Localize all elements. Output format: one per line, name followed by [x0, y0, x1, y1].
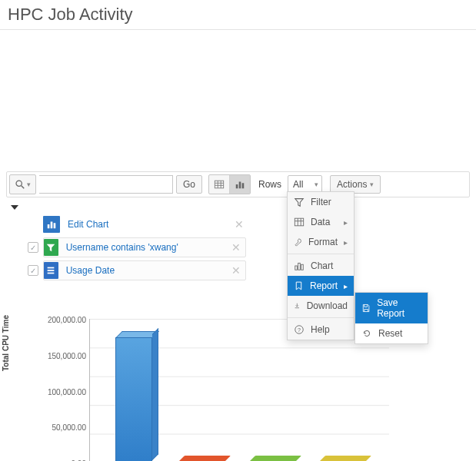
bar-01-may-18[interactable]	[177, 456, 231, 461]
menu-item-label: Filter	[311, 197, 331, 207]
filter-link[interactable]: Username contains 'xwang'	[62, 242, 231, 253]
search-column-picker[interactable]: ▾	[10, 175, 35, 194]
rows-label: Rows	[254, 179, 285, 190]
remove-breakby-button[interactable]: ✕	[231, 264, 242, 277]
edit-chart-link[interactable]: Edit Chart	[63, 219, 232, 230]
menu-item-chart[interactable]: Chart	[288, 256, 354, 276]
menu-item-help[interactable]: ? Help	[288, 320, 354, 340]
menu-item-label: Save Report	[377, 297, 421, 319]
y-tick: 50,000.00	[45, 423, 86, 432]
download-icon	[294, 300, 301, 311]
menu-item-label: Download	[307, 300, 348, 311]
table-icon	[294, 217, 305, 227]
svg-rect-21	[54, 223, 56, 228]
collapse-toggle[interactable]	[11, 205, 18, 210]
svg-rect-8	[239, 182, 241, 189]
svg-rect-10	[295, 218, 303, 226]
rows-select-value: All	[293, 179, 303, 190]
bar-29-apr-18[interactable]	[318, 456, 371, 461]
y-axis-label: Total CPU Time	[2, 315, 10, 371]
svg-rect-20	[51, 222, 53, 229]
go-button[interactable]: Go	[176, 175, 202, 194]
menu-item-download[interactable]: Download	[288, 296, 354, 316]
submenu-caret-icon: ▸	[344, 238, 348, 247]
y-tick: 150,000.00	[45, 352, 86, 360]
submenu-item-save-report[interactable]: Save Report	[355, 293, 428, 323]
chevron-down-icon: ▾	[370, 181, 374, 188]
remove-filter-button[interactable]: ✕	[231, 241, 242, 254]
report-submenu: Save Report Reset	[355, 292, 428, 344]
menu-item-label: Reset	[378, 328, 402, 339]
y-tick: 100,000.00	[45, 388, 86, 396]
svg-rect-15	[298, 264, 301, 270]
bar-chart-icon	[235, 179, 245, 190]
svg-rect-19	[48, 224, 50, 228]
interactive-report-region: ▾ Go Rows All ▾ Actions ▾ Filter	[6, 171, 470, 461]
filter-enable-checkbox[interactable]: ✓	[28, 242, 38, 253]
svg-rect-9	[242, 183, 245, 188]
breakby-enable-checkbox[interactable]: ✓	[28, 265, 38, 276]
bar-chart-icon	[294, 260, 305, 271]
menu-separator	[288, 317, 354, 318]
control-row-chart: Edit Chart ✕	[6, 213, 470, 236]
filter-badge-icon	[44, 239, 58, 256]
search-input[interactable]	[39, 175, 173, 194]
svg-text:?: ?	[298, 327, 301, 333]
menu-item-filter[interactable]: Filter	[288, 192, 354, 212]
menu-item-label: Report	[310, 280, 338, 291]
grid-view-button[interactable]	[209, 175, 229, 194]
bar-slot	[169, 319, 240, 461]
submenu-caret-icon: ▸	[344, 282, 348, 290]
control-break-badge-icon	[44, 262, 58, 279]
bar-04-may-18[interactable]	[115, 337, 152, 461]
menu-item-label: Format	[308, 237, 338, 247]
actions-menu: Filter Data ▸ Format ▸ Chart Report ▸ Do…	[287, 191, 355, 340]
svg-rect-7	[236, 184, 238, 188]
menu-separator	[288, 254, 354, 254]
chart-badge-icon	[43, 216, 60, 233]
page-title: HPC Job Activity	[0, 0, 476, 26]
search-group: ▾	[9, 174, 36, 194]
svg-point-0	[16, 181, 22, 186]
title-divider	[0, 29, 476, 30]
svg-line-1	[22, 186, 25, 189]
control-row-breakby: ✓ Usage Date ✕	[6, 259, 470, 282]
wrench-icon	[294, 237, 302, 247]
control-row-filter: ✓ Username contains 'xwang' ✕	[6, 236, 470, 259]
y-axis-ticks: 200,000.00 150,000.00 100,000.00 50,000.…	[45, 316, 86, 461]
remove-chart-button[interactable]: ✕	[232, 218, 246, 230]
submenu-caret-icon: ▸	[344, 218, 348, 227]
save-icon	[361, 303, 371, 313]
chevron-down-icon: ▾	[315, 181, 318, 188]
grid-icon	[214, 179, 225, 190]
filter-icon	[294, 197, 305, 207]
report-toolbar: ▾ Go Rows All ▾ Actions ▾	[6, 171, 470, 197]
y-tick: 200,000.00	[45, 316, 86, 324]
submenu-item-reset[interactable]: Reset	[355, 323, 428, 343]
svg-rect-16	[301, 264, 304, 270]
bookmark-icon	[294, 280, 304, 291]
actions-button-label: Actions	[337, 179, 367, 190]
menu-item-format[interactable]: Format ▸	[288, 232, 354, 252]
reset-icon	[361, 328, 372, 339]
menu-item-report[interactable]: Report ▸	[288, 276, 354, 296]
report-settings: Edit Chart ✕ ✓ Username contains 'xwang'…	[6, 202, 470, 282]
chart-view-button[interactable]	[229, 175, 250, 194]
chevron-down-icon: ▾	[27, 181, 31, 188]
breakby-link[interactable]: Usage Date	[62, 265, 231, 276]
svg-rect-14	[295, 266, 298, 270]
menu-item-label: Chart	[311, 260, 333, 271]
help-icon: ?	[294, 324, 305, 335]
menu-item-data[interactable]: Data ▸	[288, 212, 354, 232]
magnifier-icon	[15, 179, 25, 190]
menu-item-label: Help	[311, 324, 330, 335]
bar-slot	[98, 319, 169, 461]
view-mode-group	[208, 174, 251, 194]
bar-30-apr-18[interactable]	[248, 456, 301, 461]
menu-item-label: Data	[311, 217, 330, 227]
svg-rect-2	[215, 181, 223, 188]
